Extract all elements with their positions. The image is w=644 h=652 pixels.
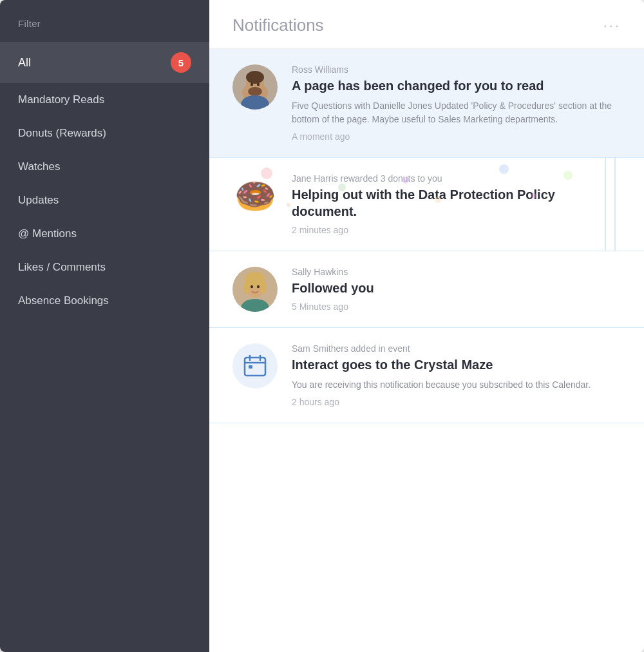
- notification-time: 2 hours ago: [292, 397, 621, 407]
- sidebar-item-all[interactable]: All 5: [0, 42, 209, 83]
- notification-body: Ross Williams A page has been changed fo…: [292, 64, 621, 142]
- page-title: Notifications: [232, 15, 324, 35]
- sidebar-item-mentions[interactable]: @ Mentions: [0, 217, 209, 251]
- more-options-icon[interactable]: ···: [603, 17, 621, 34]
- filter-label: Filter: [0, 0, 209, 42]
- svg-point-6: [257, 83, 260, 86]
- svg-point-16: [251, 285, 253, 288]
- sidebar: Filter All 5 Mandatory Reads Donuts (Rew…: [0, 0, 209, 652]
- calendar-icon-wrapper: [232, 343, 278, 388]
- svg-rect-18: [245, 358, 265, 376]
- notification-item[interactable]: Sam Smithers added in event Interact goe…: [209, 328, 644, 423]
- notification-item[interactable]: Sally Hawkins Followed you 5 Minutes ago: [209, 251, 644, 328]
- notification-sender: Sally Hawkins: [292, 267, 621, 277]
- notification-title: A page has been changed for you to read: [292, 77, 621, 94]
- sidebar-item-mentions-label: @ Mentions: [18, 227, 77, 240]
- sidebar-item-absence-bookings[interactable]: Absence Bookings: [0, 284, 209, 318]
- notification-sender: Ross Williams: [292, 64, 621, 75]
- all-badge: 5: [171, 52, 191, 73]
- sidebar-item-likes-comments-label: Likes / Comments: [18, 261, 106, 274]
- notification-title: Interact goes to the Crystal Maze: [292, 356, 621, 373]
- sidebar-item-updates-label: Updates: [18, 194, 59, 207]
- avatar: [232, 64, 278, 110]
- notification-item[interactable]: Ross Williams A page has been changed fo…: [209, 49, 644, 158]
- svg-point-4: [248, 87, 262, 96]
- notification-body: Jane Harris rewarded 3 donuts to you Hel…: [292, 173, 621, 235]
- notification-time: A moment ago: [292, 131, 621, 142]
- avatar: [232, 267, 278, 312]
- svg-point-3: [246, 71, 264, 84]
- svg-point-14: [243, 281, 250, 294]
- person1-avatar-img: [232, 64, 278, 110]
- main-header: Notifications ···: [209, 0, 644, 49]
- svg-point-17: [257, 285, 260, 288]
- notification-body: Sam Smithers added in event Interact goe…: [292, 343, 621, 407]
- notification-list: Ross Williams A page has been changed fo…: [209, 49, 644, 652]
- sidebar-item-donuts[interactable]: Donuts (Rewards): [0, 117, 209, 150]
- svg-point-5: [251, 83, 253, 86]
- svg-point-15: [260, 281, 267, 294]
- sidebar-item-all-label: All: [18, 56, 31, 70]
- sidebar-item-watches[interactable]: Watches: [0, 150, 209, 184]
- sidebar-item-mandatory-reads-label: Mandatory Reads: [18, 93, 104, 106]
- sidebar-item-absence-bookings-label: Absence Bookings: [18, 294, 109, 307]
- sidebar-item-watches-label: Watches: [18, 160, 61, 173]
- notification-description: Five Questions with Danielle Jones Updat…: [292, 99, 621, 126]
- calendar-icon: [243, 354, 267, 378]
- sidebar-item-donuts-label: Donuts (Rewards): [18, 127, 106, 140]
- notification-time: 5 Minutes ago: [292, 302, 621, 312]
- notification-body: Sally Hawkins Followed you 5 Minutes ago: [292, 267, 621, 312]
- main-content: Notifications ···: [209, 0, 644, 652]
- notification-title: Helping out with the Data Protection Pol…: [292, 186, 621, 220]
- donut-icon: 🍩: [232, 173, 278, 218]
- notification-sender: Jane Harris rewarded 3 donuts to you: [292, 173, 621, 184]
- sidebar-item-updates[interactable]: Updates: [0, 184, 209, 217]
- sidebar-item-likes-comments[interactable]: Likes / Comments: [0, 251, 209, 284]
- sidebar-item-mandatory-reads[interactable]: Mandatory Reads: [0, 83, 209, 117]
- notification-time: 2 minutes ago: [292, 225, 621, 235]
- notification-title: Followed you: [292, 280, 621, 296]
- svg-rect-22: [249, 365, 252, 369]
- notification-item[interactable]: 🍩 Jane Harris rewarded 3 donuts to you H…: [209, 158, 644, 251]
- app-container: Filter All 5 Mandatory Reads Donuts (Rew…: [0, 0, 644, 652]
- person2-avatar-img: [232, 267, 278, 312]
- notification-description: You are receiving this notification beca…: [292, 378, 621, 392]
- notification-sender: Sam Smithers added in event: [292, 343, 621, 354]
